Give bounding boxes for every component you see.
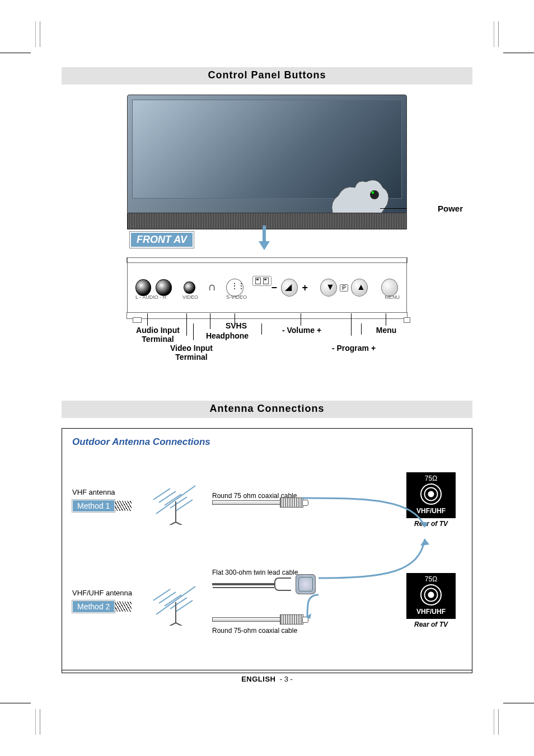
svg-marker-22 xyxy=(306,613,311,619)
callout-volume: - Volume + xyxy=(268,326,335,335)
svg-line-6 xyxy=(176,500,193,511)
label-svideo-tiny: S-VIDEO xyxy=(226,294,247,300)
svg-line-20 xyxy=(176,623,187,626)
callout-menu: Menu xyxy=(367,326,406,335)
section-title-antenna: Antenna Connections xyxy=(62,401,472,418)
tv-illustration xyxy=(127,95,407,213)
program-down-button[interactable]: ▼ xyxy=(320,279,337,297)
twin-lead-fork-icon xyxy=(274,577,291,591)
audio-r-jack xyxy=(156,279,171,296)
rear-of-tv-caption: Rear of TV xyxy=(400,621,462,628)
ohm-label: 75Ω xyxy=(409,475,453,482)
footer-language: ENGLISH xyxy=(241,675,275,683)
callout-svhs: SVHS xyxy=(217,321,256,330)
svg-line-14 xyxy=(165,595,181,606)
front-panel-illustration: − ◢ + ▼ P ▲ L - AUDIO - R VIDEO S-VIDEO … xyxy=(127,257,407,319)
method1-antenna-label: VHF antenna xyxy=(72,488,145,496)
method-1-row: VHF antenna Method 1 xyxy=(72,458,462,542)
section-title-control-panel: Control Panel Buttons xyxy=(62,67,472,84)
svg-line-9 xyxy=(165,522,176,525)
svg-line-4 xyxy=(165,494,181,505)
method-2-row: VHF/UHF antenna Method 2 xyxy=(72,547,462,654)
antenna-box-title: Outdoor Antenna Connections xyxy=(72,436,462,448)
label-p-tiny: P xyxy=(340,284,348,292)
figure-control-panel: Power FRONT AV − ◢ + ▼ P ▲ xyxy=(127,95,407,367)
svg-line-16 xyxy=(176,600,193,612)
svg-line-7 xyxy=(153,489,170,500)
label-menu-tiny: MENU xyxy=(385,294,400,300)
label-audio-tiny: L - AUDIO - R xyxy=(135,294,166,300)
footer-page-number: - 3 - xyxy=(280,675,293,683)
svg-marker-21 xyxy=(420,539,429,546)
svg-point-0 xyxy=(370,190,379,199)
svg-rect-1 xyxy=(372,191,374,194)
headphone-jack-icon xyxy=(208,282,217,293)
coax-jack-icon xyxy=(420,584,442,605)
video-jack xyxy=(184,281,195,294)
program-up-button[interactable]: ▲ xyxy=(351,279,368,297)
svg-line-17 xyxy=(153,589,170,600)
label-power: Power xyxy=(438,204,463,213)
vhf-uhf-label: VHF/UHF xyxy=(409,608,453,616)
method2-coax-label: Round 75-ohm coaxial cable xyxy=(212,627,400,635)
volume-down-button[interactable]: ◢ xyxy=(281,279,298,297)
page-footer: ENGLISH - 3 - xyxy=(62,670,472,683)
method2-badge: Method 2 xyxy=(72,600,115,613)
front-av-badge: FRONT AV xyxy=(130,232,194,248)
vhf-antenna-icon xyxy=(145,475,207,525)
method2-antenna-label: VHF/UHF antenna xyxy=(72,589,145,597)
balun-adapter-icon xyxy=(296,574,316,594)
callout-audio-input: Audio Input Terminal xyxy=(127,326,189,344)
coax-plug-icon xyxy=(280,614,303,624)
cable-curve-icon xyxy=(318,533,430,584)
svg-marker-11 xyxy=(420,522,428,527)
callout-headphone: Headphone xyxy=(196,331,258,340)
audio-l-jack xyxy=(135,279,151,296)
vhf-uhf-antenna-icon xyxy=(145,575,207,626)
dip-switches xyxy=(252,276,271,286)
method1-badge: Method 1 xyxy=(72,500,115,512)
label-video-tiny: VIDEO xyxy=(182,294,198,300)
method2-twin-label: Flat 300-ohm twin lead cable xyxy=(212,569,298,576)
svg-line-10 xyxy=(176,522,187,525)
figure-antenna-connections: Outdoor Antenna Connections VHF antenna … xyxy=(62,428,472,673)
coax-plug-icon xyxy=(280,497,303,508)
callout-program: - Program + xyxy=(317,344,390,353)
callout-video-input: Video Input Terminal xyxy=(161,344,222,361)
svg-line-19 xyxy=(165,623,176,626)
